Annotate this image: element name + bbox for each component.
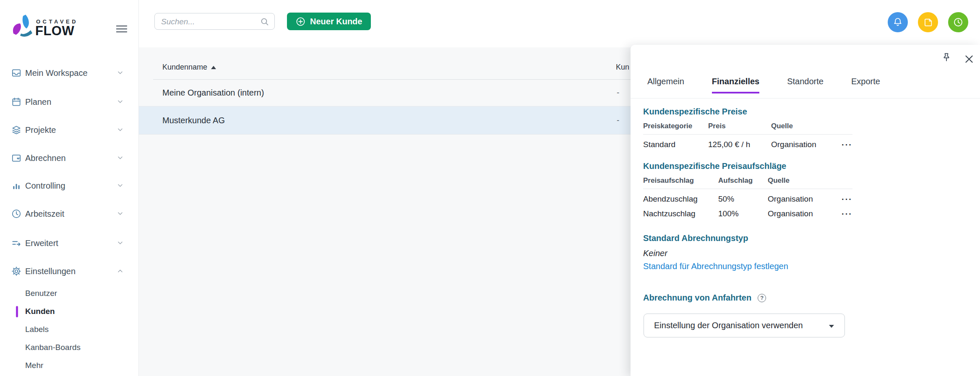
chevron-down-icon [117, 127, 124, 133]
sidebar-item-planen[interactable]: Planen [0, 95, 138, 109]
tab-standorte[interactable]: Standorte [787, 77, 824, 93]
notifications-button[interactable] [888, 12, 908, 32]
gear-icon [11, 266, 22, 277]
surcharge-row-abendzuschlag: Abendzuschlag 50% Organisation ··· [643, 189, 852, 204]
surcharge-row-nachtzuschlag: Nachtzuschlag 100% Organisation ··· [643, 204, 852, 218]
chevron-down-icon [117, 240, 124, 246]
sidebar-subitem-mehr[interactable]: Mehr [0, 360, 138, 371]
sidebar-item-einstellungen[interactable]: Einstellungen [0, 264, 138, 278]
sidebar-item-mein-workspace[interactable]: Mein Workspace [0, 66, 138, 80]
bar-chart-icon [11, 180, 22, 191]
column-header-kundenname[interactable]: Kundenname [162, 63, 216, 72]
hamburger-menu-icon[interactable] [116, 24, 128, 34]
chevron-down-icon [117, 182, 124, 189]
prices-table: Preiskategorie Preis Quelle Standard 125… [643, 122, 852, 149]
row-menu-ellipsis-icon[interactable]: ··· [842, 142, 852, 147]
sidebar-item-controlling[interactable]: Controlling [0, 179, 138, 193]
calendar-icon [11, 96, 22, 107]
column-header-kundennummer-truncated: Kun [616, 63, 629, 72]
empty-value-dash: - [617, 79, 619, 106]
chevron-down-icon [117, 210, 124, 217]
sidebar-item-projekte[interactable]: Projekte [0, 123, 138, 137]
section-title-travel-billing-row: Abrechnung von Anfahrten ? [643, 293, 766, 303]
sidebar-item-arbeitszeit[interactable]: Arbeitszeit [0, 207, 138, 221]
surcharges-table: Preisaufschlag Aufschlag Quelle Abendzus… [643, 176, 852, 218]
note-icon [923, 17, 933, 28]
panel-tabs: Allgemein Finanzielles Standorte Exporte [647, 77, 880, 93]
bell-icon [892, 17, 903, 28]
pin-icon[interactable] [940, 52, 953, 64]
section-title-billing-type: Standard Abrechnungstyp [643, 233, 748, 243]
travel-billing-dropdown[interactable]: Einstellung der Organisation verwenden [644, 314, 845, 337]
chevron-down-icon [117, 155, 124, 161]
sidebar-subitem-benutzer[interactable]: Benutzer [0, 288, 138, 299]
search-icon [260, 17, 269, 26]
chevron-down-icon [117, 70, 124, 76]
search-box [154, 13, 275, 30]
tab-exporte[interactable]: Exporte [851, 77, 880, 93]
search-input[interactable] [160, 15, 258, 29]
close-icon[interactable] [964, 54, 975, 65]
section-title-prices: Kundenspezifische Preise [643, 107, 747, 117]
octaved-flow-logo-icon [12, 14, 34, 39]
chevron-up-icon [117, 268, 124, 275]
empty-value-dash: - [617, 106, 619, 134]
layers-icon [11, 124, 22, 135]
section-title-surcharges: Kundenspezifische Preisaufschläge [643, 161, 786, 171]
dropdown-caret-icon [829, 325, 834, 328]
customer-detail-panel: Allgemein Finanzielles Standorte Exporte… [631, 45, 980, 376]
billing-type-value: Keiner [643, 249, 667, 258]
sidebar-subitem-kanban-boards[interactable]: Kanban-Boards [0, 342, 138, 353]
row-menu-ellipsis-icon[interactable]: ··· [842, 197, 852, 202]
sidebar-subitem-labels[interactable]: Labels [0, 324, 138, 335]
time-tracking-button[interactable] [948, 12, 968, 32]
clock-icon [11, 208, 22, 219]
tab-allgemein[interactable]: Allgemein [647, 77, 684, 93]
sidebar-item-erweitert[interactable]: Erweitert [0, 236, 138, 250]
topbar: Neuer Kunde [138, 0, 980, 47]
active-item-marker [16, 306, 18, 317]
plus-circle-icon [296, 17, 305, 26]
chevron-down-icon [117, 99, 124, 105]
wallet-icon [11, 153, 22, 163]
clock-icon [953, 17, 964, 28]
list-arrow-icon [11, 238, 22, 249]
new-customer-button[interactable]: Neuer Kunde [287, 13, 371, 30]
app-window: OCTAVED FLOW Mein Workspace Planen Proje… [0, 0, 980, 376]
brand-name-bottom: FLOW [35, 23, 74, 39]
sidebar-subitem-kunden[interactable]: Kunden [0, 306, 138, 317]
row-menu-ellipsis-icon[interactable]: ··· [842, 211, 852, 216]
sidebar: OCTAVED FLOW Mein Workspace Planen Proje… [0, 0, 139, 376]
sidebar-item-abrechnen[interactable]: Abrechnen [0, 151, 138, 165]
sort-ascending-icon [211, 66, 216, 69]
tabs-divider [631, 98, 980, 99]
help-icon[interactable]: ? [758, 294, 766, 302]
tab-finanzielles[interactable]: Finanzielles [712, 77, 759, 93]
notes-button[interactable] [918, 12, 938, 32]
price-row-standard: Standard 125,00 € / h Organisation ··· [643, 135, 852, 149]
set-billing-type-link[interactable]: Standard für Abrechnungstyp festlegen [643, 262, 788, 271]
inbox-icon [11, 67, 22, 78]
